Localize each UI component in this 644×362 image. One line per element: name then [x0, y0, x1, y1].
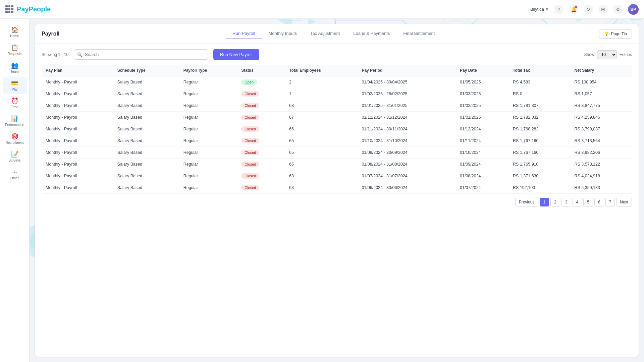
status-badge: Open — [241, 79, 257, 85]
search-box: 🔍 — [74, 49, 208, 60]
sidebar-item-team[interactable]: 👥 Team — [3, 60, 27, 76]
col-header-payroll-type: Payroll Type — [179, 65, 237, 76]
col-header-total-employees: Total Employees — [285, 65, 358, 76]
performance-icon: 📊 — [11, 116, 18, 122]
status-badge: Closed — [241, 115, 259, 120]
pagination-page-2[interactable]: 2 — [550, 198, 560, 206]
search-input[interactable] — [74, 49, 208, 60]
sidebar-item-performance[interactable]: 📊 Performance — [3, 113, 27, 129]
showing-text: Showing 1 - 10 — [42, 52, 68, 57]
requests-icon: 📋 — [11, 45, 18, 51]
notifications-icon[interactable]: 🔔 — [569, 5, 578, 14]
sidebar-label-surveys: Surveys — [8, 159, 20, 162]
time-icon: ⏰ — [11, 98, 18, 104]
surveys-icon: 📝 — [11, 151, 18, 157]
show-label: Show — [584, 52, 594, 57]
tab-tax-adjustment[interactable]: Tax Adjustment — [304, 28, 346, 39]
table-row[interactable]: Monthly - PayrollSalary BasedRegularClos… — [42, 159, 632, 170]
content-card: Payroll Run PayrollMonthly InputsTax Adj… — [35, 24, 639, 357]
company-selector[interactable]: Bilytica ▼ — [530, 7, 549, 12]
pagination-page-1[interactable]: 1 — [540, 198, 549, 206]
pagination-page-4[interactable]: 4 — [573, 198, 582, 206]
col-header-pay-date: Pay Date — [456, 65, 509, 76]
table-row[interactable]: Monthly - PayrollSalary BasedRegularOpen… — [42, 76, 632, 88]
sidebar-label-home: Home — [10, 34, 19, 38]
menu-icon[interactable] — [5, 5, 13, 13]
page-title: Payroll — [42, 31, 68, 37]
col-header-net-salary: Net Salary — [571, 65, 632, 76]
sidebar: 🏠 Home 📋 Requests 👥 Team 💳 Pay ⏰ Time 📊 … — [0, 19, 30, 362]
pagination-previous[interactable]: Previous — [515, 198, 538, 206]
status-badge: Closed — [241, 103, 259, 108]
tab-run-payroll[interactable]: Run Payroll — [226, 28, 262, 39]
status-badge: Closed — [241, 126, 259, 132]
sidebar-item-time[interactable]: ⏰ Time — [3, 95, 27, 112]
status-badge: Closed — [241, 150, 259, 155]
table-row[interactable]: Monthly - PayrollSalary BasedRegularClos… — [42, 112, 632, 123]
sidebar-item-surveys[interactable]: 📝 Surveys — [3, 148, 27, 165]
sidebar-item-home[interactable]: 🏠 Home — [3, 24, 27, 41]
status-badge: Closed — [241, 91, 259, 97]
pagination: Previous1234567Next — [42, 194, 632, 208]
run-new-payroll-button[interactable]: Run New Payroll — [213, 49, 259, 60]
sidebar-label-pay: Pay — [12, 87, 17, 91]
main-content: Payroll Run PayrollMonthly InputsTax Adj… — [30, 19, 644, 362]
status-badge: Closed — [241, 162, 259, 167]
app-body: 🏠 Home 📋 Requests 👥 Team 💳 Pay ⏰ Time 📊 … — [0, 19, 644, 362]
col-header-pay-period: Pay Period — [358, 65, 456, 76]
logo-text: Pay — [17, 5, 29, 13]
sidebar-label-recruitment: Recruitment — [6, 141, 24, 144]
sidebar-label-team: Team — [10, 70, 18, 73]
sidebar-label-time: Time — [11, 105, 18, 109]
table-row[interactable]: Monthly - PayrollSalary BasedRegularClos… — [42, 147, 632, 159]
other-icon: ··· — [12, 169, 17, 175]
table-area: Showing 1 - 10 🔍 Run New Payroll Show 10… — [35, 44, 639, 357]
pagination-page-3[interactable]: 3 — [561, 198, 571, 206]
lightbulb-icon: 💡 — [604, 32, 609, 36]
entries-select[interactable]: 10 25 50 100 — [597, 50, 617, 59]
table-row[interactable]: Monthly - PayrollSalary BasedRegularClos… — [42, 123, 632, 135]
page-tip-button[interactable]: 💡 Page Tip — [599, 29, 632, 39]
logo-area: PayPeople — [5, 5, 530, 13]
pagination-page-7[interactable]: 7 — [605, 198, 615, 206]
sidebar-item-requests[interactable]: 📋 Requests — [3, 42, 27, 58]
sidebar-item-recruitment[interactable]: 🎯 Recruitment — [3, 131, 27, 147]
top-bar: PayPeople Bilytica ▼ ? 🔔 ↻ ⊞ ⚙ BP — [0, 0, 644, 19]
help-icon[interactable]: ? — [554, 5, 564, 14]
content-header: Payroll Run PayrollMonthly InputsTax Adj… — [35, 24, 639, 44]
page-tip-label: Page Tip — [611, 32, 627, 36]
status-badge: Closed — [241, 173, 259, 179]
show-entries: Show 10 25 50 100 Entries — [584, 50, 632, 59]
tab-final-settlement[interactable]: Final Settlement — [396, 28, 441, 39]
tab-monthly-inputs[interactable]: Monthly Inputs — [262, 28, 304, 39]
tab-loans-payments[interactable]: Loans & Payments — [346, 28, 396, 39]
table-row[interactable]: Monthly - PayrollSalary BasedRegularClos… — [42, 182, 632, 194]
table-row[interactable]: Monthly - PayrollSalary BasedRegularClos… — [42, 100, 632, 112]
payroll-table: Pay PlanSchedule TypePayroll TypeStatusT… — [42, 65, 632, 194]
col-header-pay-plan: Pay Plan — [42, 65, 113, 76]
col-header-total-tax: Total Tax — [509, 65, 570, 76]
refresh-icon[interactable]: ↻ — [584, 5, 593, 14]
status-badge: Closed — [241, 185, 259, 190]
table-row[interactable]: Monthly - PayrollSalary BasedRegularClos… — [42, 170, 632, 182]
apps-icon[interactable]: ⊞ — [598, 5, 608, 14]
sidebar-item-pay[interactable]: 💳 Pay — [3, 77, 27, 94]
settings-icon[interactable]: ⚙ — [613, 5, 623, 14]
pagination-page-6[interactable]: 6 — [594, 198, 604, 206]
search-icon: 🔍 — [77, 52, 83, 57]
team-icon: 👥 — [11, 62, 18, 68]
table-row[interactable]: Monthly - PayrollSalary BasedRegularClos… — [42, 88, 632, 100]
sidebar-item-other[interactable]: ··· Other — [3, 166, 27, 183]
pagination-next[interactable]: Next — [616, 198, 632, 206]
recruitment-icon: 🎯 — [11, 133, 18, 139]
table-header: Pay PlanSchedule TypePayroll TypeStatusT… — [42, 65, 632, 76]
top-bar-right: Bilytica ▼ ? 🔔 ↻ ⊞ ⚙ BP — [530, 4, 639, 15]
pagination-page-5[interactable]: 5 — [583, 198, 593, 206]
user-avatar[interactable]: BP — [628, 4, 639, 15]
home-icon: 🏠 — [11, 27, 18, 33]
table-row[interactable]: Monthly - PayrollSalary BasedRegularClos… — [42, 135, 632, 147]
nav-tabs: Run PayrollMonthly InputsTax AdjustmentL… — [76, 28, 591, 39]
chevron-down-icon: ▼ — [545, 7, 549, 11]
company-name: Bilytica — [530, 7, 544, 12]
controls-row: Showing 1 - 10 🔍 Run New Payroll Show 10… — [42, 49, 632, 60]
